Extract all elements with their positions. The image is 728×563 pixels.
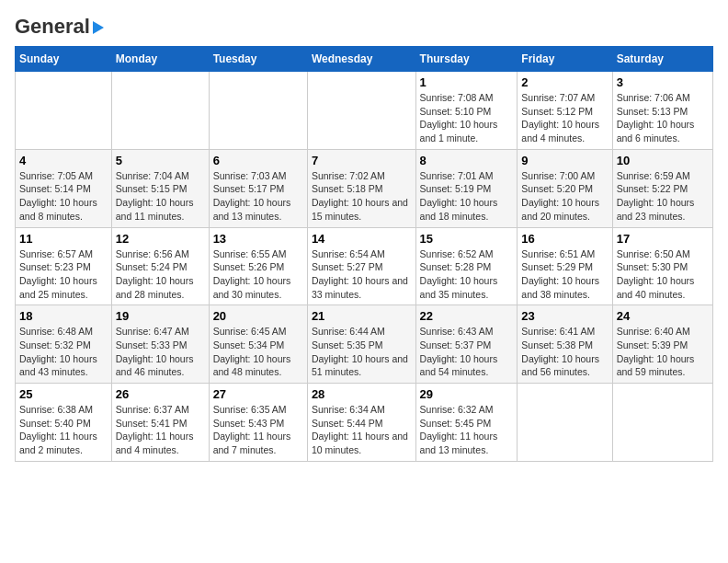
day-info: Sunrise: 7:01 AM Sunset: 5:19 PM Dayligh…	[420, 169, 514, 224]
day-info: Sunrise: 6:32 AM Sunset: 5:45 PM Dayligh…	[420, 403, 514, 457]
day-number: 10	[617, 154, 709, 167]
day-info: Sunrise: 6:59 AM Sunset: 5:22 PM Dayligh…	[617, 169, 709, 224]
calendar-week-row: 4Sunrise: 7:05 AM Sunset: 5:14 PM Daylig…	[16, 149, 713, 227]
day-info: Sunrise: 6:45 AM Sunset: 5:34 PM Dayligh…	[213, 325, 303, 379]
calendar-week-row: 25Sunrise: 6:38 AM Sunset: 5:40 PM Dayli…	[16, 384, 713, 462]
calendar-cell: 20Sunrise: 6:45 AM Sunset: 5:34 PM Dayli…	[209, 305, 307, 384]
calendar-cell: 21Sunrise: 6:44 AM Sunset: 5:35 PM Dayli…	[307, 305, 415, 384]
day-number: 5	[116, 154, 205, 167]
calendar-week-row: 18Sunrise: 6:48 AM Sunset: 5:32 PM Dayli…	[16, 305, 713, 384]
calendar-cell: 15Sunrise: 6:52 AM Sunset: 5:28 PM Dayli…	[415, 227, 518, 305]
day-number: 22	[420, 309, 514, 323]
day-info: Sunrise: 7:04 AM Sunset: 5:15 PM Dayligh…	[116, 169, 205, 224]
day-info: Sunrise: 7:05 AM Sunset: 5:14 PM Dayligh…	[19, 169, 108, 224]
calendar-cell: 5Sunrise: 7:04 AM Sunset: 5:15 PM Daylig…	[111, 149, 209, 227]
calendar-cell: 27Sunrise: 6:35 AM Sunset: 5:43 PM Dayli…	[209, 384, 307, 462]
calendar-cell: 11Sunrise: 6:57 AM Sunset: 5:23 PM Dayli…	[16, 227, 112, 305]
day-info: Sunrise: 6:51 AM Sunset: 5:29 PM Dayligh…	[521, 247, 608, 302]
day-number: 23	[521, 309, 608, 323]
day-info: Sunrise: 6:57 AM Sunset: 5:23 PM Dayligh…	[19, 247, 108, 302]
col-header-monday: Monday	[111, 47, 209, 72]
day-number: 12	[116, 232, 205, 246]
day-number: 28	[312, 387, 412, 401]
day-info: Sunrise: 7:02 AM Sunset: 5:18 PM Dayligh…	[312, 169, 412, 224]
day-number: 2	[521, 75, 608, 89]
day-number: 18	[19, 309, 108, 323]
col-header-tuesday: Tuesday	[209, 47, 307, 72]
day-number: 9	[521, 154, 608, 167]
calendar-cell: 3Sunrise: 7:06 AM Sunset: 5:13 PM Daylig…	[612, 72, 712, 150]
day-info: Sunrise: 6:35 AM Sunset: 5:43 PM Dayligh…	[213, 403, 303, 457]
calendar-cell: 13Sunrise: 6:55 AM Sunset: 5:26 PM Dayli…	[209, 227, 307, 305]
day-info: Sunrise: 7:07 AM Sunset: 5:12 PM Dayligh…	[521, 91, 608, 145]
calendar-cell	[16, 72, 112, 150]
day-info: Sunrise: 6:48 AM Sunset: 5:32 PM Dayligh…	[19, 325, 108, 379]
day-number: 11	[19, 232, 108, 246]
page-header: General	[15, 15, 713, 39]
day-number: 26	[116, 387, 205, 401]
calendar-cell: 29Sunrise: 6:32 AM Sunset: 5:45 PM Dayli…	[415, 384, 518, 462]
day-info: Sunrise: 7:00 AM Sunset: 5:20 PM Dayligh…	[521, 169, 608, 224]
logo-arrow-icon	[93, 21, 104, 34]
calendar-cell: 19Sunrise: 6:47 AM Sunset: 5:33 PM Dayli…	[111, 305, 209, 384]
col-header-wednesday: Wednesday	[307, 47, 415, 72]
day-info: Sunrise: 7:03 AM Sunset: 5:17 PM Dayligh…	[213, 169, 303, 224]
calendar-cell: 6Sunrise: 7:03 AM Sunset: 5:17 PM Daylig…	[209, 149, 307, 227]
day-number: 27	[213, 387, 303, 401]
calendar-cell: 24Sunrise: 6:40 AM Sunset: 5:39 PM Dayli…	[612, 305, 712, 384]
calendar-cell: 9Sunrise: 7:00 AM Sunset: 5:20 PM Daylig…	[518, 149, 612, 227]
calendar-week-row: 11Sunrise: 6:57 AM Sunset: 5:23 PM Dayli…	[16, 227, 713, 305]
calendar-cell: 26Sunrise: 6:37 AM Sunset: 5:41 PM Dayli…	[111, 384, 209, 462]
calendar-cell: 7Sunrise: 7:02 AM Sunset: 5:18 PM Daylig…	[307, 149, 415, 227]
calendar-cell: 23Sunrise: 6:41 AM Sunset: 5:38 PM Dayli…	[518, 305, 612, 384]
day-info: Sunrise: 6:54 AM Sunset: 5:27 PM Dayligh…	[312, 247, 412, 302]
calendar-cell	[518, 384, 612, 462]
day-info: Sunrise: 6:47 AM Sunset: 5:33 PM Dayligh…	[116, 325, 205, 379]
day-number: 20	[213, 309, 303, 323]
calendar-cell: 18Sunrise: 6:48 AM Sunset: 5:32 PM Dayli…	[16, 305, 112, 384]
calendar-cell: 14Sunrise: 6:54 AM Sunset: 5:27 PM Dayli…	[307, 227, 415, 305]
day-info: Sunrise: 6:50 AM Sunset: 5:30 PM Dayligh…	[617, 247, 709, 302]
calendar-cell: 17Sunrise: 6:50 AM Sunset: 5:30 PM Dayli…	[612, 227, 712, 305]
calendar-cell: 10Sunrise: 6:59 AM Sunset: 5:22 PM Dayli…	[612, 149, 712, 227]
calendar-header-row: SundayMondayTuesdayWednesdayThursdayFrid…	[16, 47, 713, 72]
day-number: 16	[521, 232, 608, 246]
calendar-cell: 2Sunrise: 7:07 AM Sunset: 5:12 PM Daylig…	[518, 72, 612, 150]
day-number: 14	[312, 232, 412, 246]
day-number: 29	[420, 387, 514, 401]
col-header-thursday: Thursday	[415, 47, 518, 72]
calendar-cell: 12Sunrise: 6:56 AM Sunset: 5:24 PM Dayli…	[111, 227, 209, 305]
day-info: Sunrise: 7:08 AM Sunset: 5:10 PM Dayligh…	[420, 91, 514, 145]
calendar-cell: 25Sunrise: 6:38 AM Sunset: 5:40 PM Dayli…	[16, 384, 112, 462]
logo-general: General	[15, 15, 90, 39]
day-info: Sunrise: 6:43 AM Sunset: 5:37 PM Dayligh…	[420, 325, 514, 379]
col-header-saturday: Saturday	[612, 47, 712, 72]
day-number: 25	[19, 387, 108, 401]
day-number: 15	[420, 232, 514, 246]
logo: General	[15, 15, 104, 39]
day-number: 21	[312, 309, 412, 323]
day-number: 8	[420, 154, 514, 167]
day-number: 19	[116, 309, 205, 323]
calendar-cell	[612, 384, 712, 462]
calendar-cell: 4Sunrise: 7:05 AM Sunset: 5:14 PM Daylig…	[16, 149, 112, 227]
calendar-cell: 8Sunrise: 7:01 AM Sunset: 5:19 PM Daylig…	[415, 149, 518, 227]
day-info: Sunrise: 7:06 AM Sunset: 5:13 PM Dayligh…	[617, 91, 709, 145]
day-info: Sunrise: 6:34 AM Sunset: 5:44 PM Dayligh…	[312, 403, 412, 457]
day-info: Sunrise: 6:41 AM Sunset: 5:38 PM Dayligh…	[521, 325, 608, 379]
day-number: 3	[617, 75, 709, 89]
calendar-cell: 28Sunrise: 6:34 AM Sunset: 5:44 PM Dayli…	[307, 384, 415, 462]
day-info: Sunrise: 6:52 AM Sunset: 5:28 PM Dayligh…	[420, 247, 514, 302]
calendar-cell	[111, 72, 209, 150]
day-number: 24	[617, 309, 709, 323]
day-number: 4	[19, 154, 108, 167]
day-info: Sunrise: 6:37 AM Sunset: 5:41 PM Dayligh…	[116, 403, 205, 457]
day-info: Sunrise: 6:56 AM Sunset: 5:24 PM Dayligh…	[116, 247, 205, 302]
calendar-table: SundayMondayTuesdayWednesdayThursdayFrid…	[15, 46, 713, 462]
col-header-sunday: Sunday	[16, 47, 112, 72]
day-info: Sunrise: 6:40 AM Sunset: 5:39 PM Dayligh…	[617, 325, 709, 379]
day-info: Sunrise: 6:44 AM Sunset: 5:35 PM Dayligh…	[312, 325, 412, 379]
col-header-friday: Friday	[518, 47, 612, 72]
calendar-cell: 1Sunrise: 7:08 AM Sunset: 5:10 PM Daylig…	[415, 72, 518, 150]
calendar-cell	[307, 72, 415, 150]
